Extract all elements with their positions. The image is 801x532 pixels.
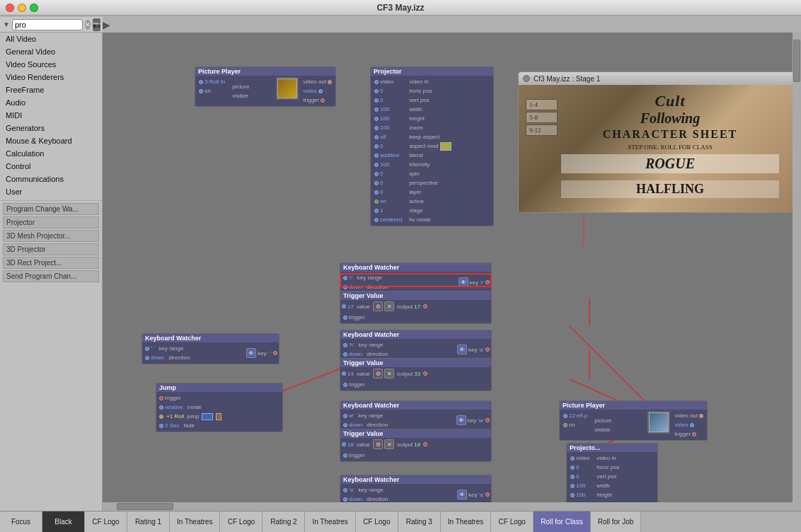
eye-icon[interactable]: 👁: [457, 345, 467, 354]
sidebar-item-user[interactable]: User: [0, 185, 102, 198]
port-dot: [199, 89, 203, 93]
dropdown-arrow[interactable]: ▼: [3, 21, 10, 28]
tab-black[interactable]: Black: [42, 511, 85, 532]
projector-1-node[interactable]: Projector video 0 0 100 100 100 off 0 ad…: [370, 66, 494, 226]
tv2-title: Trigger Value: [340, 359, 491, 367]
keyboard-watcher-3-node[interactable]: Keyboard Watcher w'key range downdirecti…: [340, 400, 492, 432]
sidebar-item-general-video[interactable]: General Video: [0, 45, 102, 58]
eye-icon[interactable]: 👁: [456, 415, 466, 425]
horizontal-scrollbar[interactable]: [103, 502, 793, 511]
keyboard-watcher-left-node[interactable]: Keyboard Watcher ' 'key range downdirect…: [142, 333, 280, 364]
sidebar-item-generators[interactable]: Generators: [0, 122, 102, 134]
sidebar-section-3d-rect[interactable]: 3D Rect Project...: [3, 257, 99, 269]
tab-roll-for-job[interactable]: Roll for Job: [591, 511, 642, 532]
sidebar-section-3d-projector[interactable]: 3D Projector: [3, 243, 99, 255]
sidebar-item-all-video[interactable]: All Video: [0, 33, 102, 45]
port-dot: [570, 456, 575, 461]
eye-icon-bottom[interactable]: 👁: [457, 490, 467, 499]
search-bar: ▼ ✕ 📷 ▶: [0, 17, 103, 33]
title-bar: CF3 May.izz: [0, 0, 801, 16]
trigger-value-1-node[interactable]: Trigger Value 17 value ⚙ ✕ output 17 tri…: [340, 291, 492, 324]
picture-player-2-node[interactable]: Picture Player 12:elf.p on picture visib…: [559, 400, 708, 441]
trigger-value-2-node[interactable]: Trigger Value 14 value ⚙ ✕ output 33 tri…: [340, 358, 492, 391]
sidebar-item-freeframe[interactable]: FreeFrame: [0, 83, 102, 96]
port-dot: [159, 415, 163, 419]
preview-title-bar: Cf3 May.izz : Stage 1: [519, 72, 793, 85]
sidebar-item-mouse-keyboard[interactable]: Mouse & Keyboard: [0, 134, 102, 147]
trigger-value-3-node[interactable]: Trigger Value 18 value ⚙ ✕ output 18 tri…: [340, 429, 492, 462]
sidebar-item-midi[interactable]: MIDI: [0, 109, 102, 122]
picture-player-1-title: Picture Player: [195, 67, 335, 76]
port-label: on: [204, 88, 211, 94]
window-controls[interactable]: [6, 4, 38, 12]
main-canvas[interactable]: Picture Player 3:Roll fo on picture visi…: [103, 33, 801, 511]
maximize-button[interactable]: [30, 4, 38, 12]
tab-cf-logo-4[interactable]: CF Logo: [491, 511, 534, 532]
keyboard-watcher-bottom-node[interactable]: Keyboard Watcher 'a'key range downdirect…: [340, 475, 492, 506]
search-clear-button[interactable]: ✕: [85, 20, 91, 30]
port-dot: [570, 466, 575, 470]
arrow-icon[interactable]: ▶: [103, 19, 110, 30]
picture-player-1-node[interactable]: Picture Player 3:Roll fo on picture visi…: [195, 66, 336, 107]
eye-icon-left[interactable]: 👁: [246, 348, 256, 358]
sidebar-item-communications[interactable]: Communications: [0, 173, 102, 185]
tab-in-theatres-1[interactable]: In Theatres: [170, 511, 220, 532]
tab-focus[interactable]: Focus: [0, 511, 42, 532]
port-dot: [343, 276, 347, 280]
gear-icon[interactable]: ⚙: [373, 301, 383, 311]
port-dot: [374, 209, 379, 213]
projector-2-node[interactable]: Projecto... video 0 0 100 100 100 video …: [566, 443, 658, 511]
sidebar-item-calculation[interactable]: Calculation: [0, 147, 102, 160]
camera-icon[interactable]: 📷: [93, 18, 100, 31]
h-scroll-thumb[interactable]: [117, 503, 173, 510]
x-icon[interactable]: ✕: [384, 369, 394, 378]
tab-rating-1[interactable]: Rating 1: [127, 511, 170, 532]
character-sheet-text: CHARACTER SHEET: [561, 128, 779, 141]
sidebar-item-video-sources[interactable]: Video Sources: [0, 58, 102, 71]
v-scroll-thumb[interactable]: [793, 40, 800, 82]
tab-cf-logo-3[interactable]: CF Logo: [356, 511, 398, 532]
port-dot: [563, 414, 567, 418]
eye-icon[interactable]: 👁: [459, 277, 468, 287]
tab-roll-for-class[interactable]: Roll for Class: [534, 511, 590, 532]
picture-thumbnail: [277, 79, 297, 98]
color-swatch: [440, 142, 451, 151]
tab-in-theatres-3[interactable]: In Theatres: [441, 511, 491, 532]
sidebar-section-3d-mesh[interactable]: 3D Mesh Projector...: [3, 230, 99, 242]
gear-icon[interactable]: ⚙: [373, 369, 383, 378]
projector-1-title: Projector: [371, 67, 493, 76]
preview-close[interactable]: [523, 75, 530, 82]
preview-window: Cf3 May.izz : Stage 1 1-4 5-8 9-12 Cult …: [518, 71, 794, 213]
gear-icon[interactable]: ⚙: [373, 439, 383, 449]
port-label: 3:Roll fo: [204, 79, 225, 85]
keyboard-watcher-2-node[interactable]: Keyboard Watcher 'h'key range downdirect…: [340, 330, 492, 361]
minimize-button[interactable]: [18, 4, 26, 12]
port-dot: [343, 285, 347, 289]
x-icon[interactable]: ✕: [384, 301, 394, 311]
vertical-scrollbar[interactable]: [793, 33, 801, 511]
tv1-title: Trigger Value: [340, 291, 491, 300]
port-dot: [374, 108, 379, 112]
kwl-title: Keyboard Watcher: [142, 334, 279, 342]
tab-in-theatres-2[interactable]: In Theatres: [305, 511, 355, 532]
close-button[interactable]: [6, 4, 14, 12]
tv3-title: Trigger Value: [340, 429, 491, 438]
sidebar-section-program-change[interactable]: Program Change Wa...: [3, 203, 99, 215]
tab-cf-logo-1[interactable]: CF Logo: [85, 511, 127, 532]
tab-rating-2[interactable]: Rating 2: [263, 511, 305, 532]
sidebar-item-video-renderers[interactable]: Video Renderers: [0, 71, 102, 83]
sidebar-divider: [0, 200, 102, 201]
x-icon[interactable]: ✕: [384, 439, 394, 449]
port-dot: [159, 396, 163, 400]
sidebar-item-control[interactable]: Control: [0, 160, 102, 173]
sidebar-item-audio[interactable]: Audio: [0, 96, 102, 109]
kwb-title: Keyboard Watcher: [340, 475, 491, 484]
search-input[interactable]: [12, 19, 83, 30]
keyboard-watcher-1-node[interactable]: Keyboard Watcher 'r'key range downdirect…: [340, 262, 492, 294]
tab-rating-3[interactable]: Rating 3: [398, 511, 441, 532]
sidebar-section-send-program[interactable]: Send Program Chan...: [3, 270, 99, 282]
sidebar-section-projector[interactable]: Projector: [3, 216, 99, 229]
jump-node[interactable]: Jump trigger relativemode +1 Roll jump 2…: [156, 383, 283, 432]
tab-cf-logo-2[interactable]: CF Logo: [220, 511, 263, 532]
window-title: CF3 May.izz: [376, 3, 424, 13]
